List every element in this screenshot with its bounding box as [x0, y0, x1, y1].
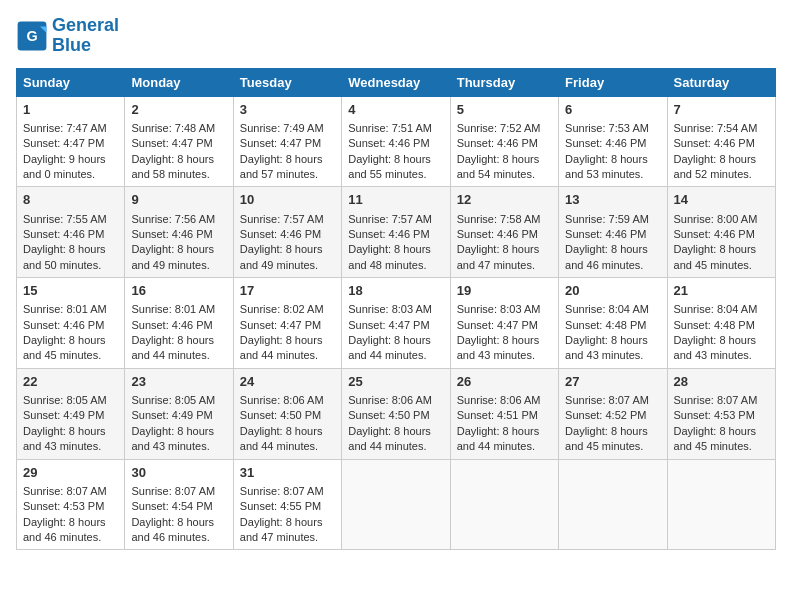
day-info: Daylight: 8 hours [565, 242, 660, 257]
day-info: Sunrise: 8:01 AM [131, 302, 226, 317]
day-info: Sunrise: 7:58 AM [457, 212, 552, 227]
day-info: Sunrise: 8:02 AM [240, 302, 335, 317]
col-header-sunday: Sunday [17, 68, 125, 96]
day-number: 1 [23, 101, 118, 119]
day-info: and 0 minutes. [23, 167, 118, 182]
day-info: Daylight: 8 hours [674, 242, 769, 257]
day-info: and 46 minutes. [565, 258, 660, 273]
day-info: Sunset: 4:46 PM [23, 227, 118, 242]
day-info: Sunset: 4:46 PM [457, 227, 552, 242]
day-info: Sunrise: 7:57 AM [240, 212, 335, 227]
day-info: Daylight: 8 hours [240, 242, 335, 257]
calendar-cell: 16Sunrise: 8:01 AMSunset: 4:46 PMDayligh… [125, 278, 233, 369]
day-number: 26 [457, 373, 552, 391]
day-number: 12 [457, 191, 552, 209]
day-info: Sunset: 4:46 PM [565, 136, 660, 151]
day-info: Daylight: 8 hours [457, 152, 552, 167]
day-info: Sunset: 4:47 PM [240, 136, 335, 151]
day-info: Sunset: 4:51 PM [457, 408, 552, 423]
day-info: Sunset: 4:50 PM [348, 408, 443, 423]
day-info: Sunset: 4:46 PM [348, 136, 443, 151]
day-info: Sunrise: 8:05 AM [131, 393, 226, 408]
calendar-cell: 17Sunrise: 8:02 AMSunset: 4:47 PMDayligh… [233, 278, 341, 369]
calendar-cell: 21Sunrise: 8:04 AMSunset: 4:48 PMDayligh… [667, 278, 775, 369]
col-header-friday: Friday [559, 68, 667, 96]
day-info: Daylight: 8 hours [240, 515, 335, 530]
day-number: 2 [131, 101, 226, 119]
calendar-cell: 23Sunrise: 8:05 AMSunset: 4:49 PMDayligh… [125, 368, 233, 459]
day-info: Daylight: 8 hours [674, 333, 769, 348]
day-info: Sunset: 4:47 PM [131, 136, 226, 151]
day-number: 25 [348, 373, 443, 391]
calendar-cell: 9Sunrise: 7:56 AMSunset: 4:46 PMDaylight… [125, 187, 233, 278]
day-number: 30 [131, 464, 226, 482]
day-info: Daylight: 8 hours [131, 333, 226, 348]
calendar-cell: 20Sunrise: 8:04 AMSunset: 4:48 PMDayligh… [559, 278, 667, 369]
day-info: Daylight: 8 hours [457, 424, 552, 439]
calendar-cell: 18Sunrise: 8:03 AMSunset: 4:47 PMDayligh… [342, 278, 450, 369]
day-info: Daylight: 8 hours [348, 242, 443, 257]
calendar-cell: 6Sunrise: 7:53 AMSunset: 4:46 PMDaylight… [559, 96, 667, 187]
day-info: Daylight: 8 hours [131, 152, 226, 167]
day-info: and 43 minutes. [565, 348, 660, 363]
day-number: 10 [240, 191, 335, 209]
day-info: Sunset: 4:46 PM [565, 227, 660, 242]
day-info: and 50 minutes. [23, 258, 118, 273]
day-info: and 43 minutes. [674, 348, 769, 363]
day-info: Sunset: 4:53 PM [674, 408, 769, 423]
day-info: Sunrise: 8:07 AM [674, 393, 769, 408]
day-number: 14 [674, 191, 769, 209]
day-info: and 46 minutes. [23, 530, 118, 545]
day-info: Sunset: 4:46 PM [457, 136, 552, 151]
day-info: and 45 minutes. [674, 439, 769, 454]
logo-text: General Blue [52, 16, 119, 56]
day-info: Sunset: 4:46 PM [674, 136, 769, 151]
col-header-monday: Monday [125, 68, 233, 96]
day-number: 24 [240, 373, 335, 391]
calendar-week-row: 1Sunrise: 7:47 AMSunset: 4:47 PMDaylight… [17, 96, 776, 187]
day-number: 31 [240, 464, 335, 482]
day-info: Sunrise: 7:55 AM [23, 212, 118, 227]
day-info: Sunset: 4:54 PM [131, 499, 226, 514]
day-info: and 48 minutes. [348, 258, 443, 273]
calendar-cell: 26Sunrise: 8:06 AMSunset: 4:51 PMDayligh… [450, 368, 558, 459]
calendar-cell: 28Sunrise: 8:07 AMSunset: 4:53 PMDayligh… [667, 368, 775, 459]
logo-icon: G [16, 20, 48, 52]
svg-text:G: G [26, 28, 37, 44]
calendar-cell: 30Sunrise: 8:07 AMSunset: 4:54 PMDayligh… [125, 459, 233, 550]
calendar-cell: 11Sunrise: 7:57 AMSunset: 4:46 PMDayligh… [342, 187, 450, 278]
day-info: Daylight: 8 hours [23, 242, 118, 257]
day-number: 7 [674, 101, 769, 119]
day-info: Sunrise: 8:03 AM [348, 302, 443, 317]
day-info: Sunrise: 8:06 AM [348, 393, 443, 408]
day-info: Sunrise: 7:56 AM [131, 212, 226, 227]
day-info: Sunset: 4:49 PM [23, 408, 118, 423]
day-info: Daylight: 8 hours [674, 152, 769, 167]
calendar-week-row: 15Sunrise: 8:01 AMSunset: 4:46 PMDayligh… [17, 278, 776, 369]
day-number: 28 [674, 373, 769, 391]
day-info: and 44 minutes. [457, 439, 552, 454]
day-info: and 43 minutes. [457, 348, 552, 363]
col-header-thursday: Thursday [450, 68, 558, 96]
day-info: Sunrise: 8:00 AM [674, 212, 769, 227]
day-info: Daylight: 8 hours [23, 515, 118, 530]
day-number: 20 [565, 282, 660, 300]
day-info: Sunrise: 8:01 AM [23, 302, 118, 317]
calendar-cell: 22Sunrise: 8:05 AMSunset: 4:49 PMDayligh… [17, 368, 125, 459]
day-info: Daylight: 8 hours [23, 333, 118, 348]
day-info: and 52 minutes. [674, 167, 769, 182]
calendar-cell: 31Sunrise: 8:07 AMSunset: 4:55 PMDayligh… [233, 459, 341, 550]
day-info: Sunrise: 7:57 AM [348, 212, 443, 227]
calendar-cell: 14Sunrise: 8:00 AMSunset: 4:46 PMDayligh… [667, 187, 775, 278]
day-info: Sunrise: 7:49 AM [240, 121, 335, 136]
calendar-cell: 2Sunrise: 7:48 AMSunset: 4:47 PMDaylight… [125, 96, 233, 187]
day-number: 6 [565, 101, 660, 119]
day-number: 21 [674, 282, 769, 300]
day-info: Daylight: 8 hours [131, 515, 226, 530]
day-info: Sunset: 4:47 PM [23, 136, 118, 151]
calendar-cell: 24Sunrise: 8:06 AMSunset: 4:50 PMDayligh… [233, 368, 341, 459]
day-info: Sunrise: 8:06 AM [240, 393, 335, 408]
day-info: Sunset: 4:50 PM [240, 408, 335, 423]
calendar-cell: 25Sunrise: 8:06 AMSunset: 4:50 PMDayligh… [342, 368, 450, 459]
day-number: 17 [240, 282, 335, 300]
